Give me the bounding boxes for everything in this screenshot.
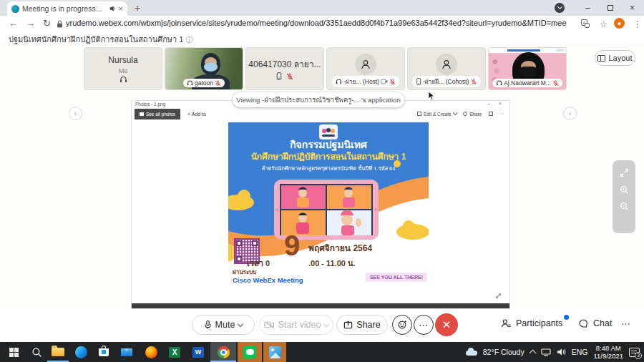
share-icon bbox=[463, 112, 467, 116]
expand-corner-icon[interactable] bbox=[494, 292, 502, 300]
photos-more-icon[interactable]: ⋯ bbox=[499, 111, 504, 117]
volume-icon[interactable] bbox=[557, 348, 566, 356]
weather-cloud-icon bbox=[466, 351, 477, 356]
edit-create-button[interactable]: Edit & Create bbox=[417, 112, 457, 117]
layout-button[interactable]: Layout bbox=[595, 50, 635, 66]
window-close-button[interactable]: × bbox=[630, 3, 635, 13]
tab-audio-icon[interactable] bbox=[109, 5, 116, 12]
taskbar-line[interactable] bbox=[238, 342, 262, 362]
taskbar-search-button[interactable] bbox=[26, 342, 47, 362]
participant-tile-naowarart[interactable]: Aj.Naowarart M... bbox=[488, 47, 567, 90]
participant-label: -ฝ่ายฝึ... (Cohost) bbox=[413, 76, 481, 87]
file-explorer-icon bbox=[52, 348, 64, 356]
window-maximize-button[interactable] bbox=[608, 5, 613, 11]
action-center-icon[interactable]: 3 bbox=[629, 348, 640, 357]
tray-expand-icon[interactable] bbox=[529, 350, 536, 357]
print-icon[interactable] bbox=[489, 112, 493, 116]
participant-role: Me bbox=[118, 67, 127, 74]
panel-more-options-icon[interactable]: ⋯ bbox=[621, 318, 631, 329]
browser-tab[interactable]: Meeting is in progress... × bbox=[7, 1, 127, 16]
see-all-photos-button[interactable]: See all photos bbox=[135, 109, 180, 119]
share-button[interactable]: Share bbox=[336, 315, 388, 335]
language-indicator[interactable]: ENG bbox=[572, 348, 588, 356]
avatar bbox=[436, 54, 457, 75]
shared-screen-bottom-bar bbox=[132, 303, 509, 308]
participants-icon bbox=[501, 318, 512, 328]
zoom-out-icon[interactable] bbox=[620, 202, 629, 211]
participants-button[interactable]: Participants bbox=[501, 318, 562, 328]
info-icon[interactable]: ⓘ bbox=[186, 36, 193, 44]
photos-share-button[interactable]: Share bbox=[463, 112, 482, 117]
tab-title: Meeting is in progress... bbox=[22, 4, 106, 13]
weather-text[interactable]: 82°F Cloudy bbox=[483, 348, 525, 356]
back-button-icon[interactable]: ← bbox=[9, 18, 18, 29]
participant-label: Aj.Naowarart M... bbox=[492, 79, 562, 87]
headset-icon bbox=[496, 80, 502, 86]
add-to-button[interactable]: + Add to bbox=[187, 112, 206, 117]
taskbar-clock[interactable]: 8:48 AM 11/9/2021 bbox=[593, 344, 623, 360]
taskbar-excel[interactable] bbox=[164, 342, 185, 362]
poster-time-prefix: เวลา 0 bbox=[247, 257, 270, 270]
person-icon bbox=[440, 58, 453, 71]
filmstrip-next-icon[interactable]: › bbox=[563, 107, 577, 120]
start-button[interactable] bbox=[3, 342, 24, 362]
taskbar-edge[interactable] bbox=[70, 342, 92, 362]
meeting-area: ‹ › Nursula Me bbox=[0, 44, 644, 309]
event-poster: กิจกรรมปฐมนิเทศ นักศึกษาฝึกปฏิบัติการสอน… bbox=[228, 122, 429, 305]
page-title-row: ปฐมนิเทศนักศึกษาฝึกปฏิบัติการสอนในสถานศึ… bbox=[0, 31, 644, 45]
taskbar-mail[interactable] bbox=[116, 342, 137, 362]
start-video-button[interactable]: Start video bbox=[259, 315, 333, 335]
mic-muted-icon bbox=[286, 73, 293, 80]
share-content-icon bbox=[343, 321, 353, 329]
mute-options-chevron-icon[interactable] bbox=[238, 321, 243, 326]
new-tab-button[interactable]: + bbox=[135, 2, 140, 14]
taskbar-photos[interactable] bbox=[263, 342, 286, 362]
microsoft-store-icon bbox=[99, 348, 109, 356]
mouse-cursor bbox=[428, 91, 435, 101]
filmstrip-prev-icon[interactable]: ‹ bbox=[69, 107, 82, 120]
layout-grid-icon bbox=[597, 55, 605, 62]
poster-subtitle: สำหรับนักศึกษาหลักสูตรครุศาสตรบัณฑิต ชั้… bbox=[228, 164, 429, 172]
window-minimize-button[interactable]: – bbox=[585, 3, 590, 13]
forward-button-icon[interactable]: → bbox=[26, 18, 35, 29]
browser-profile-icon[interactable] bbox=[555, 3, 565, 13]
tab-close-icon[interactable]: × bbox=[119, 4, 123, 13]
poster-time-suffix: .00 - 11.00 น. bbox=[308, 257, 356, 270]
avatar bbox=[355, 54, 376, 75]
participant-tile-nursula[interactable]: Nursula Me bbox=[84, 47, 162, 90]
mic-muted-icon bbox=[389, 79, 396, 85]
taskbar-file-explorer[interactable] bbox=[47, 342, 69, 362]
fullscreen-icon[interactable] bbox=[620, 168, 629, 177]
padlock-icon[interactable] bbox=[57, 20, 63, 28]
zoom-in-icon[interactable] bbox=[620, 185, 629, 195]
video-options-chevron-icon[interactable] bbox=[323, 321, 329, 326]
mute-button[interactable]: Mute bbox=[192, 315, 255, 335]
reload-button-icon[interactable]: ↻ bbox=[43, 18, 51, 29]
mute-label: Mute bbox=[215, 320, 235, 330]
participant-tile-host[interactable]: -ฝ่าย... (Host) bbox=[326, 47, 405, 90]
taskbar-chrome[interactable] bbox=[210, 342, 236, 362]
participant-name: 406417030 ลายา... bbox=[248, 57, 321, 71]
translate-icon[interactable]: A bbox=[581, 19, 590, 28]
participant-name: gatoon bbox=[195, 79, 213, 87]
participant-tile-cohost[interactable]: -ฝ่ายฝึ... (Cohost) bbox=[407, 47, 486, 90]
taskbar-firefox[interactable] bbox=[140, 342, 162, 362]
network-icon[interactable] bbox=[541, 348, 551, 356]
taskbar-store[interactable] bbox=[93, 342, 114, 362]
reactions-button[interactable] bbox=[392, 315, 412, 335]
browser-tab-bar: Meeting is in progress... × + – × bbox=[0, 0, 644, 16]
participant-tile-phone[interactable]: 406417030 ลายา... bbox=[245, 47, 324, 90]
participant-tile-gatoon[interactable]: gatoon bbox=[165, 47, 243, 90]
chat-button[interactable]: Chat bbox=[578, 318, 612, 328]
excel-icon bbox=[169, 347, 180, 358]
phone-icon bbox=[276, 72, 282, 80]
leave-meeting-button[interactable]: ✕ bbox=[435, 313, 458, 336]
more-options-button[interactable]: ⋯ bbox=[414, 315, 434, 335]
bookmark-star-icon[interactable]: ☆ bbox=[600, 19, 608, 29]
account-avatar[interactable]: ● bbox=[614, 18, 625, 29]
url-text[interactable]: yrudemo.webex.com/wbxmjs/joinservice/sit… bbox=[66, 19, 567, 27]
page-title: ปฐมนิเทศนักศึกษาฝึกปฏิบัติการสอนในสถานศึ… bbox=[9, 35, 183, 44]
taskbar-word[interactable] bbox=[187, 342, 209, 362]
browser-menu-icon[interactable]: ⋮ bbox=[633, 19, 642, 29]
zoom-level-faded: ⋯ bbox=[621, 219, 627, 225]
